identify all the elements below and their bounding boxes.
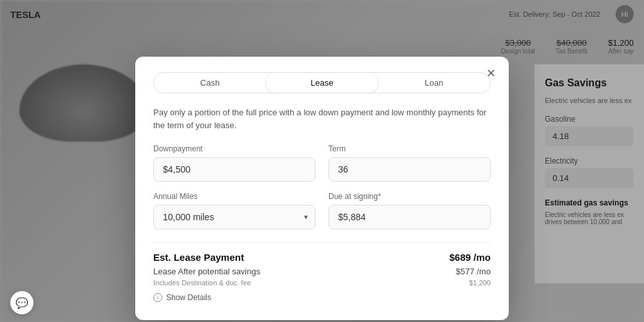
info-icon[interactable]: i <box>153 293 162 302</box>
due-at-signing-group: Due at signing* <box>328 192 491 229</box>
destination-fee-row: Includes Destination & doc. fee $1,200 <box>153 279 491 287</box>
divider <box>153 242 491 243</box>
lease-after-savings-value: $577 /mo <box>456 267 491 276</box>
tab-switcher: Cash Lease Loan <box>153 72 491 93</box>
tab-cash[interactable]: Cash <box>154 73 266 93</box>
annual-miles-label: Annual Miles <box>153 192 316 201</box>
destination-fee-value: $1,200 <box>469 279 491 287</box>
payment-section: Est. Lease Payment $689 /mo Lease After … <box>153 252 491 302</box>
chat-icon-glyph: 💬 <box>15 297 28 309</box>
downpayment-input[interactable] <box>153 157 316 182</box>
est-payment-row: Est. Lease Payment $689 /mo <box>153 252 491 263</box>
show-details-row: i Show Details <box>153 293 491 302</box>
show-details-text[interactable]: Show Details <box>166 293 211 302</box>
chat-button[interactable]: 💬 <box>10 291 33 314</box>
annual-miles-group: Annual Miles 10,000 miles 12,000 miles 1… <box>153 192 316 229</box>
destination-fee-label: Includes Destination & doc. fee <box>153 279 251 287</box>
modal-description: Pay only a portion of the full price wit… <box>153 106 491 131</box>
close-button[interactable]: ✕ <box>483 66 498 81</box>
tab-lease[interactable]: Lease <box>266 73 378 93</box>
form-grid: Downpayment Term Annual Miles 10,000 mil… <box>153 144 491 229</box>
lease-modal: ✕ Cash Lease Loan Pay only a portion of … <box>135 57 509 320</box>
annual-miles-select-wrap: 10,000 miles 12,000 miles 15,000 miles ▾ <box>153 205 316 229</box>
lease-after-savings-label: Lease After potential savings <box>153 267 260 276</box>
est-payment-value: $689 /mo <box>450 252 491 263</box>
close-icon: ✕ <box>486 66 496 80</box>
term-group: Term <box>328 144 491 182</box>
due-at-signing-label: Due at signing* <box>328 192 491 201</box>
est-payment-label: Est. Lease Payment <box>153 252 244 263</box>
annual-miles-select[interactable]: 10,000 miles 12,000 miles 15,000 miles <box>153 205 316 229</box>
downpayment-label: Downpayment <box>153 144 316 153</box>
downpayment-group: Downpayment <box>153 144 316 182</box>
lease-after-savings-row: Lease After potential savings $577 /mo <box>153 267 491 276</box>
term-label: Term <box>328 144 491 153</box>
due-at-signing-input[interactable] <box>328 205 491 229</box>
tab-loan[interactable]: Loan <box>378 73 490 93</box>
term-input[interactable] <box>328 157 491 182</box>
